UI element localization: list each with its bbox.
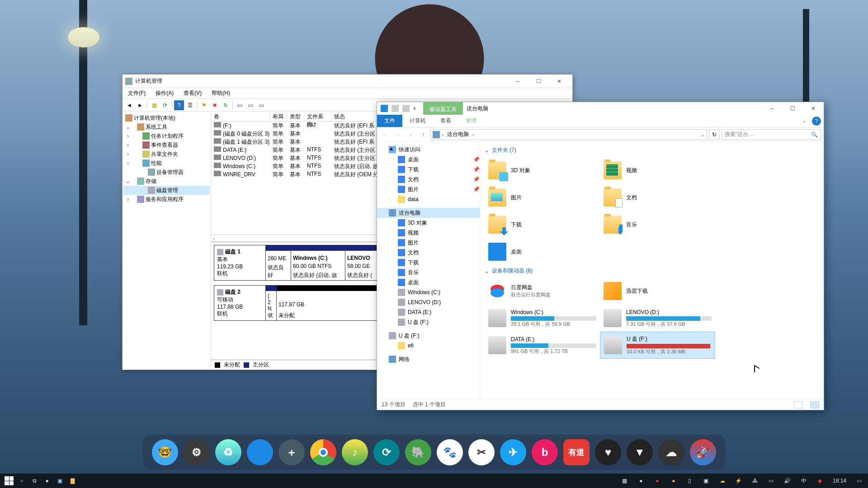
breadcrumb[interactable]: 这台电脑 <box>445 131 471 138</box>
dock-app-dark1[interactable]: ♥ <box>595 439 621 465</box>
notifications-button[interactable]: ▭ <box>853 474 865 487</box>
clock[interactable]: 18:14 <box>830 478 849 484</box>
nav-pictures[interactable]: 图片📌 <box>377 184 480 194</box>
nav-downloads[interactable]: 下载📌 <box>377 164 480 174</box>
tray-icon[interactable]: ▣ <box>700 474 712 487</box>
qat-properties-icon[interactable] <box>392 105 399 112</box>
folder-downloads[interactable]: 下载 <box>485 211 600 238</box>
tree-device-manager[interactable]: 设备管理器 <box>123 168 210 177</box>
tree-system-tools[interactable]: ⌄系统工具 <box>123 122 210 131</box>
dock-app-dark2[interactable]: ▼ <box>627 439 653 465</box>
tree-task-scheduler[interactable]: ›任务计划程序 <box>123 131 210 141</box>
maximize-button[interactable]: ☐ <box>528 75 549 88</box>
nav-3d-objects[interactable]: 3D 对象 <box>377 218 480 228</box>
context-tab-drive-tools[interactable]: 驱动器工具 <box>423 102 463 115</box>
explorer-titlebar[interactable]: ▾ 驱动器工具 这台电脑 ─ ☐ ✕ <box>377 102 824 115</box>
taskbar-app-1[interactable]: ● <box>41 474 53 487</box>
nav-pictures2[interactable]: 图片 <box>377 238 480 248</box>
drive-xunlei[interactable]: 迅雷下载 <box>600 277 715 305</box>
list-icon[interactable]: ☰ <box>185 100 195 110</box>
nav-quick-access[interactable]: ★快速访问 <box>377 145 480 155</box>
dock-rocket[interactable]: 🚀 <box>690 439 716 465</box>
dock-baidu[interactable]: 🐾 <box>437 439 463 465</box>
tab-manage[interactable]: 管理 <box>458 115 484 127</box>
ribbon-collapse-icon[interactable]: ⌄ <box>799 115 809 127</box>
delete-icon[interactable]: ✖ <box>210 100 220 110</box>
minimize-button[interactable]: ─ <box>507 75 528 88</box>
back-icon[interactable]: ◄ <box>124 100 134 110</box>
nav-documents[interactable]: 文档📌 <box>377 174 480 184</box>
nav-back-button[interactable]: ← <box>380 129 391 140</box>
tray-network-icon[interactable]: 🖧 <box>749 474 761 487</box>
drive-data-e[interactable]: DATA (E:)991 GB 可用，共 1.72 TB <box>485 332 600 359</box>
start-button[interactable] <box>3 474 15 487</box>
dock-recycle-bin[interactable]: ♻ <box>215 439 241 465</box>
nav-lenovo-d[interactable]: LENOVO (D:) <box>377 297 480 307</box>
dock-evernote[interactable]: 🐘 <box>405 439 431 465</box>
tree-event-viewer[interactable]: ›事件查看器 <box>123 141 210 150</box>
nav-up-button[interactable]: ↑ <box>418 129 429 140</box>
col-volume[interactable]: 卷 <box>211 112 270 121</box>
flag-icon[interactable]: ⚑ <box>199 100 209 110</box>
close-button[interactable]: ✕ <box>549 75 570 88</box>
nav-usb-f-root[interactable]: U 盘 (F:) <box>377 331 480 341</box>
nav-network[interactable]: 网络 <box>377 354 480 364</box>
tree-performance[interactable]: ›性能 <box>123 159 210 168</box>
tray-volume-icon[interactable]: 🔊 <box>781 474 794 487</box>
properties-icon[interactable]: ▦ <box>149 100 159 110</box>
menu-help[interactable]: 帮助(H) <box>209 89 233 98</box>
folder-desktop[interactable]: 桌面 <box>485 238 600 265</box>
taskbar-explorer[interactable]: ▇ <box>66 474 79 487</box>
nav-this-pc[interactable]: 这台电脑 <box>377 208 480 218</box>
tray-icon[interactable]: ◆ <box>814 474 826 487</box>
nav-pane[interactable]: ★快速访问 桌面📌 下载📌 文档📌 图片📌 data 这台电脑 3D 对象 视频… <box>377 142 480 399</box>
dock-qqmusic[interactable]: ♪ <box>342 439 368 465</box>
col-filesystem[interactable]: 文件系统 <box>304 112 331 121</box>
tab-computer[interactable]: 计算机 <box>402 115 433 127</box>
drive-lenovo-d[interactable]: LENOVO (D:)7.31 GB 可用，共 57.9 GB <box>600 305 715 332</box>
nav-history-icon[interactable]: ⌄ <box>405 129 416 140</box>
tree-root[interactable]: 计算机管理(本地) <box>123 113 210 122</box>
view-tiles-button[interactable] <box>810 401 819 408</box>
qat-caret-icon[interactable]: ▾ <box>413 105 416 112</box>
search-input[interactable]: 搜索"这台… 🔍 <box>722 129 821 140</box>
refresh-toolbar-icon[interactable]: ⟳ <box>160 100 170 110</box>
dock-twitter[interactable]: ✈ <box>500 439 526 465</box>
tree-shared-folders[interactable]: ›共享文件夹 <box>123 150 210 159</box>
tab-view[interactable]: 查看 <box>433 115 458 127</box>
explorer-maximize-button[interactable]: ☐ <box>782 102 803 115</box>
mgmt-titlebar[interactable]: 计算机管理 ─ ☐ ✕ <box>123 75 572 88</box>
help-icon[interactable]: ? <box>174 100 184 110</box>
nav-videos[interactable]: 视频 <box>377 228 480 238</box>
address-dropdown-icon[interactable]: ⌄ <box>700 131 705 138</box>
refresh-button[interactable]: ↻ <box>709 129 720 140</box>
drive-usb-f[interactable]: U 盘 (F:)10.0 KB 可用，共 2.38 MB <box>600 332 715 359</box>
dock-calculator[interactable]: ＋ <box>278 439 305 465</box>
nav-downloads2[interactable]: 下载 <box>377 258 480 267</box>
drive-windows-c[interactable]: Windows (C:)29.1 GB 可用，共 59.9 GB <box>485 305 600 332</box>
nav-music[interactable]: 音乐 <box>377 267 480 277</box>
dock-app-teal[interactable]: ⟳ <box>373 439 400 465</box>
task-view-button[interactable]: ⧉ <box>28 474 41 487</box>
folder-documents[interactable]: 文档 <box>600 184 715 211</box>
tray-icon[interactable]: ▯ <box>684 474 696 487</box>
folder-videos[interactable]: 视频 <box>600 157 715 184</box>
tray-icon[interactable]: ● <box>667 474 680 487</box>
tray-icon[interactable]: ● <box>651 474 664 487</box>
group-drives-header[interactable]: ⌄设备和驱动器 (6) <box>485 267 819 275</box>
explorer-close-button[interactable]: ✕ <box>803 102 824 115</box>
refresh2-icon[interactable]: ↻ <box>221 100 231 110</box>
folder-music[interactable]: 音乐 <box>600 211 715 238</box>
tree-disk-management[interactable]: 磁盘管理 <box>123 186 210 195</box>
scroll-left-icon[interactable]: ‹ <box>211 235 217 242</box>
col-type[interactable]: 类型 <box>287 112 304 121</box>
dock-app-blue[interactable] <box>247 439 273 465</box>
help-button[interactable]: ? <box>812 117 821 126</box>
cortana-button[interactable]: ○ <box>15 474 28 487</box>
nav-desktop2[interactable]: 桌面 <box>377 277 480 287</box>
tab-file[interactable]: 文件 <box>377 115 402 127</box>
nav-usb-f[interactable]: U 盘 (F:) <box>377 317 480 327</box>
dock-app-pink[interactable]: b <box>532 439 558 465</box>
drive-baidu[interactable]: 百度网盘双击运行百度网盘 <box>485 277 600 305</box>
tree-services[interactable]: ›服务和应用程序 <box>123 195 210 204</box>
